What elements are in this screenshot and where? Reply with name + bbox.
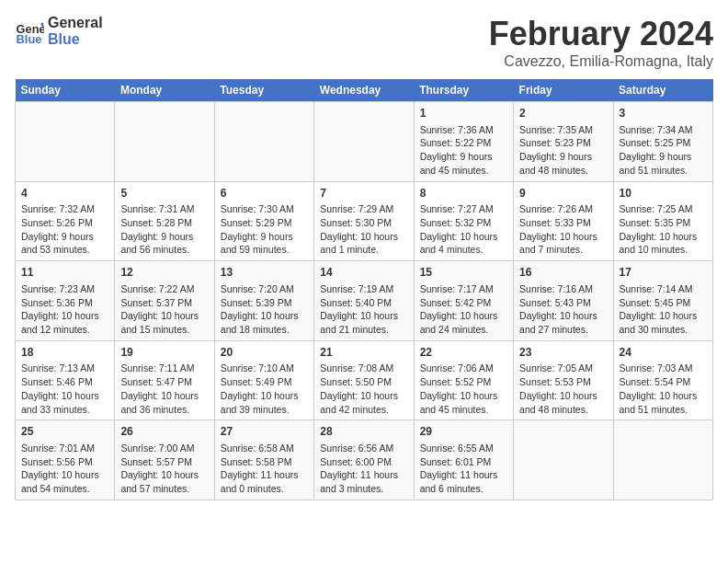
col-header-friday: Friday — [514, 79, 613, 102]
calendar-cell: 20Sunrise: 7:10 AM Sunset: 5:49 PM Dayli… — [214, 340, 313, 420]
day-content: Sunrise: 7:05 AM Sunset: 5:53 PM Dayligh… — [519, 362, 607, 416]
day-number: 18 — [21, 345, 108, 361]
day-content: Sunrise: 7:35 AM Sunset: 5:23 PM Dayligh… — [519, 123, 607, 178]
calendar-cell: 16Sunrise: 7:16 AM Sunset: 5:43 PM Dayli… — [514, 261, 613, 341]
day-content: Sunrise: 7:22 AM Sunset: 5:37 PM Dayligh… — [120, 282, 208, 337]
day-number: 20 — [221, 345, 308, 361]
day-number: 10 — [620, 186, 707, 201]
day-content: Sunrise: 6:58 AM Sunset: 5:58 PM Dayligh… — [221, 442, 308, 496]
calendar-cell: 7Sunrise: 7:29 AM Sunset: 5:30 PM Daylig… — [314, 181, 414, 261]
day-number: 15 — [420, 265, 507, 281]
day-number: 14 — [320, 265, 407, 281]
calendar-cell: 5Sunrise: 7:31 AM Sunset: 5:28 PM Daylig… — [115, 181, 214, 261]
day-number: 28 — [320, 424, 407, 440]
day-number: 8 — [420, 186, 507, 201]
calendar-cell: 15Sunrise: 7:17 AM Sunset: 5:42 PM Dayli… — [414, 261, 513, 341]
calendar-week-2: 4Sunrise: 7:32 AM Sunset: 5:26 PM Daylig… — [16, 181, 713, 261]
day-content: Sunrise: 7:34 AM Sunset: 5:25 PM Dayligh… — [620, 123, 707, 178]
calendar-header-row: SundayMondayTuesdayWednesdayThursdayFrid… — [16, 79, 713, 102]
col-header-tuesday: Tuesday — [214, 79, 313, 102]
col-header-thursday: Thursday — [414, 79, 513, 102]
svg-text:Blue: Blue — [17, 31, 42, 45]
day-number: 6 — [221, 186, 308, 201]
day-number: 4 — [21, 186, 108, 201]
logo-text: General Blue — [48, 15, 103, 47]
day-number: 12 — [120, 265, 208, 281]
calendar-cell: 21Sunrise: 7:08 AM Sunset: 5:50 PM Dayli… — [314, 340, 414, 420]
day-number: 13 — [221, 265, 308, 281]
calendar-week-3: 11Sunrise: 7:23 AM Sunset: 5:36 PM Dayli… — [16, 261, 713, 341]
calendar-cell: 12Sunrise: 7:22 AM Sunset: 5:37 PM Dayli… — [115, 261, 214, 341]
day-number: 21 — [320, 345, 407, 361]
calendar-cell: 27Sunrise: 6:58 AM Sunset: 5:58 PM Dayli… — [214, 420, 313, 500]
calendar-cell: 22Sunrise: 7:06 AM Sunset: 5:52 PM Dayli… — [414, 340, 513, 420]
calendar-week-5: 25Sunrise: 7:01 AM Sunset: 5:56 PM Dayli… — [16, 420, 713, 500]
day-number: 3 — [620, 106, 707, 121]
day-content: Sunrise: 7:27 AM Sunset: 5:32 PM Dayligh… — [420, 202, 507, 257]
day-content: Sunrise: 7:19 AM Sunset: 5:40 PM Dayligh… — [320, 282, 407, 337]
day-content: Sunrise: 7:01 AM Sunset: 5:56 PM Dayligh… — [21, 442, 108, 496]
day-number: 26 — [120, 424, 208, 440]
day-content: Sunrise: 7:13 AM Sunset: 5:46 PM Dayligh… — [21, 362, 108, 416]
calendar-cell: 29Sunrise: 6:55 AM Sunset: 6:01 PM Dayli… — [414, 420, 513, 500]
calendar-cell: 14Sunrise: 7:19 AM Sunset: 5:40 PM Dayli… — [314, 261, 414, 341]
day-content: Sunrise: 7:17 AM Sunset: 5:42 PM Dayligh… — [420, 282, 507, 337]
calendar-cell: 1Sunrise: 7:36 AM Sunset: 5:22 PM Daylig… — [414, 102, 513, 182]
day-number: 27 — [221, 424, 308, 440]
calendar-week-4: 18Sunrise: 7:13 AM Sunset: 5:46 PM Dayli… — [16, 340, 713, 420]
day-content: Sunrise: 7:03 AM Sunset: 5:54 PM Dayligh… — [620, 362, 707, 416]
logo: General Blue General Blue — [15, 15, 103, 47]
calendar-cell: 13Sunrise: 7:20 AM Sunset: 5:39 PM Dayli… — [214, 261, 313, 341]
day-content: Sunrise: 7:16 AM Sunset: 5:43 PM Dayligh… — [519, 282, 607, 337]
title-area: February 2024 Cavezzo, Emilia-Romagna, I… — [489, 15, 713, 70]
calendar-cell: 23Sunrise: 7:05 AM Sunset: 5:53 PM Dayli… — [514, 340, 613, 420]
day-content: Sunrise: 7:00 AM Sunset: 5:57 PM Dayligh… — [120, 442, 208, 496]
day-number: 2 — [519, 106, 607, 121]
day-content: Sunrise: 7:11 AM Sunset: 5:47 PM Dayligh… — [120, 362, 208, 416]
calendar-cell: 3Sunrise: 7:34 AM Sunset: 5:25 PM Daylig… — [613, 102, 712, 182]
day-content: Sunrise: 7:14 AM Sunset: 5:45 PM Dayligh… — [620, 282, 707, 337]
month-title: February 2024 — [489, 15, 713, 53]
calendar-cell: 2Sunrise: 7:35 AM Sunset: 5:23 PM Daylig… — [514, 102, 613, 182]
day-content: Sunrise: 7:31 AM Sunset: 5:28 PM Dayligh… — [120, 202, 208, 257]
calendar-cell: 4Sunrise: 7:32 AM Sunset: 5:26 PM Daylig… — [16, 181, 115, 261]
logo-icon: General Blue — [15, 17, 44, 46]
calendar-cell: 19Sunrise: 7:11 AM Sunset: 5:47 PM Dayli… — [115, 340, 214, 420]
calendar-cell: 25Sunrise: 7:01 AM Sunset: 5:56 PM Dayli… — [16, 420, 115, 500]
day-content: Sunrise: 7:32 AM Sunset: 5:26 PM Dayligh… — [21, 202, 108, 257]
day-content: Sunrise: 7:20 AM Sunset: 5:39 PM Dayligh… — [221, 282, 308, 337]
day-number: 9 — [519, 186, 607, 201]
calendar-cell: 11Sunrise: 7:23 AM Sunset: 5:36 PM Dayli… — [16, 261, 115, 341]
calendar-table: SundayMondayTuesdayWednesdayThursdayFrid… — [15, 79, 713, 500]
calendar-cell — [16, 102, 115, 182]
day-number: 7 — [320, 186, 407, 201]
calendar-cell — [514, 420, 613, 500]
day-content: Sunrise: 7:10 AM Sunset: 5:49 PM Dayligh… — [221, 362, 308, 416]
calendar-cell: 6Sunrise: 7:30 AM Sunset: 5:29 PM Daylig… — [214, 181, 313, 261]
day-content: Sunrise: 7:23 AM Sunset: 5:36 PM Dayligh… — [21, 282, 108, 337]
day-number: 25 — [21, 424, 108, 440]
day-number: 23 — [519, 345, 607, 361]
col-header-saturday: Saturday — [613, 79, 712, 102]
col-header-monday: Monday — [115, 79, 214, 102]
day-content: Sunrise: 7:25 AM Sunset: 5:35 PM Dayligh… — [620, 202, 707, 257]
day-content: Sunrise: 7:36 AM Sunset: 5:22 PM Dayligh… — [420, 123, 507, 178]
day-number: 24 — [620, 345, 707, 361]
calendar-cell: 8Sunrise: 7:27 AM Sunset: 5:32 PM Daylig… — [414, 181, 513, 261]
calendar-cell — [613, 420, 712, 500]
day-number: 19 — [120, 345, 208, 361]
calendar-cell: 10Sunrise: 7:25 AM Sunset: 5:35 PM Dayli… — [613, 181, 712, 261]
day-content: Sunrise: 7:08 AM Sunset: 5:50 PM Dayligh… — [320, 362, 407, 416]
day-number: 17 — [620, 265, 707, 281]
day-content: Sunrise: 7:29 AM Sunset: 5:30 PM Dayligh… — [320, 202, 407, 257]
day-content: Sunrise: 6:56 AM Sunset: 6:00 PM Dayligh… — [320, 442, 407, 496]
day-content: Sunrise: 7:26 AM Sunset: 5:33 PM Dayligh… — [519, 202, 607, 257]
day-number: 22 — [420, 345, 507, 361]
calendar-cell: 26Sunrise: 7:00 AM Sunset: 5:57 PM Dayli… — [115, 420, 214, 500]
day-number: 16 — [519, 265, 607, 281]
day-number: 11 — [21, 265, 108, 281]
calendar-cell — [115, 102, 214, 182]
calendar-cell — [214, 102, 313, 182]
calendar-cell: 24Sunrise: 7:03 AM Sunset: 5:54 PM Dayli… — [613, 340, 712, 420]
calendar-cell: 28Sunrise: 6:56 AM Sunset: 6:00 PM Dayli… — [314, 420, 414, 500]
